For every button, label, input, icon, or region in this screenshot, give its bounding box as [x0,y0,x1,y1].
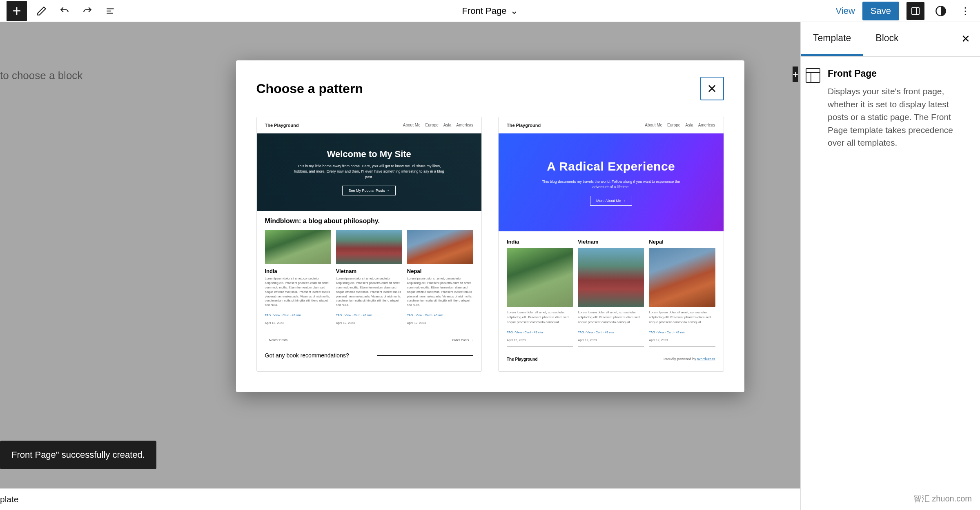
modal-header: Choose a pattern ✕ [256,77,724,100]
close-modal-button[interactable]: ✕ [700,77,724,100]
modal-overlay: Choose a pattern ✕ The Playground About … [0,0,980,510]
preview-hero-button: More About Me → [590,196,632,206]
pattern-option-1[interactable]: The Playground About Me Europe Asia Amer… [256,117,482,372]
modal-title: Choose a pattern [256,81,363,96]
preview-hero-button: See My Popular Posts → [342,186,396,195]
preview-cta: Got any book recommendations? [257,346,482,368]
preview-header: The Playground About Me Europe Asia Amer… [257,117,482,133]
preview-section-title: Mindblown: a blog about philosophy. [257,211,482,230]
preview-post: Nepal Lorem ipsum dolor sit amet, consec… [407,230,473,329]
preview-header: The Playground About Me Europe Asia Amer… [499,117,724,133]
choose-pattern-modal: Choose a pattern ✕ The Playground About … [236,60,744,392]
preview-nav: About Me Europe Asia Americas [645,123,715,128]
preview-post-image [507,248,573,307]
preview-post: India Lorem ipsum dolor sit amet, consec… [265,230,331,329]
preview-post-image [407,230,473,264]
preview-post: India Lorem ipsum dolor sit amet, consec… [507,239,573,346]
preview-post-image [336,230,402,264]
preview-post: Vietnam Lorem ipsum dolor sit amet, cons… [578,239,644,346]
preview-hero-title: A Radical Experience [547,160,675,173]
preview-posts: India Lorem ipsum dolor sit amet, consec… [499,231,724,351]
preview-nav: About Me Europe Asia Americas [403,123,473,128]
preview-hero-subtitle: This is my little home away from home. H… [292,164,447,180]
preview-post: Vietnam Lorem ipsum dolor sit amet, cons… [336,230,402,329]
preview-post-image [578,248,644,307]
preview-posts: India Lorem ipsum dolor sit amet, consec… [257,230,482,334]
preview-hero-subtitle: This blog documents my travels the world… [533,179,688,190]
preview-pagination: ← Newer Posts Older Posts → [257,334,482,346]
preview-hero: A Radical Experience This blog documents… [499,133,724,231]
preview-brand: The Playground [265,123,299,128]
preview-hero-title: Welcome to My Site [327,149,411,160]
preview-post-image [649,248,715,307]
preview-hero: Welcome to My Site This is my little hom… [257,133,482,211]
preview-post: Nepal Lorem ipsum dolor sit amet, consec… [649,239,715,346]
preview-post-image [265,230,331,264]
patterns-grid: The Playground About Me Europe Asia Amer… [256,117,724,372]
watermark: 智汇 zhuon.com [913,493,972,504]
preview-footer: The Playground Proudly powered by WordPr… [499,351,724,371]
pattern-option-2[interactable]: The Playground About Me Europe Asia Amer… [498,117,724,372]
preview-brand: The Playground [507,123,541,128]
